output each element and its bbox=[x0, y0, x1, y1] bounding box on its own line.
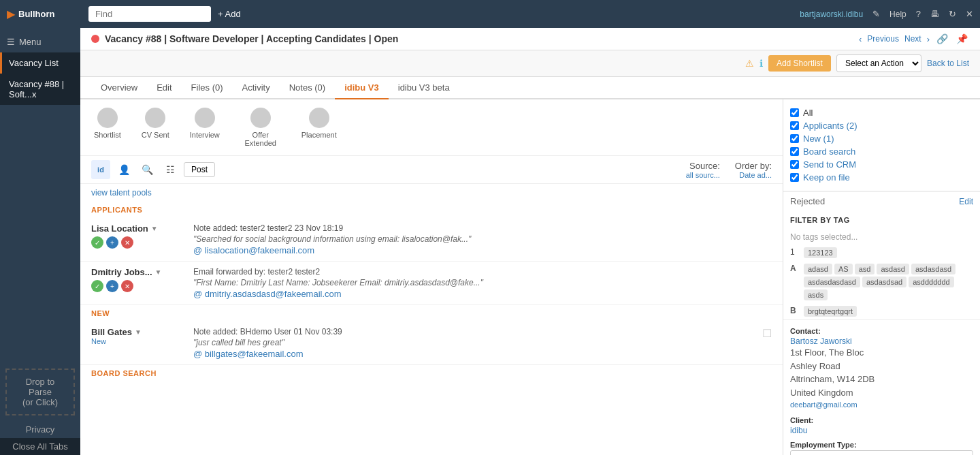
tag-item[interactable]: asdasd bbox=[877, 264, 909, 274]
new-section-header: NEW bbox=[80, 305, 783, 321]
tag-number-row: 1 123123 bbox=[783, 245, 980, 261]
source-value[interactable]: all sourc... bbox=[686, 171, 720, 179]
filter-keep-on-file-link[interactable]: Keep on file bbox=[803, 172, 850, 183]
link-icon[interactable]: 🔗 bbox=[936, 33, 948, 44]
vacancy-list-label: Vacancy List bbox=[9, 58, 59, 68]
applicant-tag: New bbox=[91, 337, 186, 345]
post-button[interactable]: Post bbox=[184, 162, 215, 177]
add-button[interactable]: + bbox=[106, 280, 118, 292]
privacy-link[interactable]: Privacy bbox=[0, 421, 80, 438]
tag-item[interactable]: AS bbox=[834, 264, 853, 274]
prev-button[interactable]: Previous bbox=[867, 34, 899, 44]
applicant-chevron-icon[interactable]: ▼ bbox=[155, 268, 162, 276]
note-text: "Searched for social background informat… bbox=[193, 234, 765, 244]
tag-item[interactable]: asd bbox=[855, 264, 875, 274]
filter-new-link[interactable]: New (1) bbox=[803, 134, 834, 144]
tag-number-index: 1 bbox=[790, 247, 798, 257]
approve-button[interactable]: ✓ bbox=[91, 280, 103, 292]
tag-item[interactable]: brgtqteqrtgqrt bbox=[804, 306, 857, 317]
applicant-chevron-icon[interactable]: ▼ bbox=[135, 328, 142, 336]
drop-to-parse[interactable]: Drop to Parse(or Click) bbox=[5, 368, 75, 415]
tags-a-container: adasd AS asd asdasd asdasdasd asdasdasda… bbox=[804, 264, 973, 300]
info-icon: ℹ bbox=[760, 58, 763, 69]
email-link[interactable]: lisalocation@fakeemail.com bbox=[205, 245, 314, 255]
applicant-chevron-icon[interactable]: ▼ bbox=[151, 225, 158, 232]
sidebar-item-vacancy-88[interactable]: Vacancy #88 | Soft...x bbox=[0, 74, 80, 105]
help-icon[interactable]: ? bbox=[916, 9, 921, 19]
grid-icon[interactable]: ☷ bbox=[161, 160, 180, 179]
select-action-dropdown[interactable]: Select an Action bbox=[836, 54, 921, 72]
sidebar-item-vacancy-list[interactable]: Vacancy List bbox=[0, 52, 80, 74]
brand-name: Bullhorn bbox=[18, 9, 54, 19]
chat-icon[interactable]: ✎ bbox=[872, 9, 880, 19]
id-view-icon[interactable]: id bbox=[91, 160, 110, 179]
filter-board-search-checkbox[interactable] bbox=[790, 147, 799, 156]
next-button[interactable]: Next bbox=[904, 34, 921, 44]
filter-applicants-link[interactable]: Applicants (2) bbox=[803, 121, 857, 131]
note-email: @ lisalocation@fakeemail.com bbox=[193, 245, 765, 255]
pipeline-offer-extended: Offer Extended bbox=[240, 108, 281, 147]
action-bar: ⚠ ℹ Add Shortlist Select an Action Back … bbox=[80, 50, 980, 77]
menu-toggle[interactable]: ☰ Menu bbox=[0, 31, 80, 52]
tag-item[interactable]: asdasdsad bbox=[862, 277, 906, 287]
applicants-section-header: APPLICANTS bbox=[80, 202, 783, 218]
filter-send-crm-link[interactable]: Send to CRM bbox=[803, 159, 856, 170]
order-value[interactable]: Date ad... bbox=[739, 171, 772, 179]
reject-button[interactable]: ✕ bbox=[121, 236, 133, 249]
offer-extended-circle[interactable] bbox=[250, 108, 271, 128]
applicant-check[interactable]: ☐ bbox=[762, 327, 772, 340]
tab-activity[interactable]: Activity bbox=[233, 77, 280, 99]
tag-item[interactable]: asds bbox=[804, 289, 828, 300]
approve-button[interactable]: ✓ bbox=[91, 236, 103, 249]
client-link[interactable]: idibu bbox=[790, 426, 807, 435]
add-button[interactable]: + Add bbox=[218, 9, 241, 19]
tab-edit[interactable]: Edit bbox=[147, 77, 181, 99]
tag-item[interactable]: 123123 bbox=[804, 247, 837, 258]
filter-board-search-link[interactable]: Board search bbox=[803, 146, 855, 157]
user-icon[interactable]: 👤 bbox=[114, 160, 133, 179]
filter-edit-link[interactable]: Edit bbox=[959, 197, 973, 206]
add-button[interactable]: + bbox=[106, 236, 118, 249]
contact-email[interactable]: deebart@gmail.com bbox=[790, 401, 858, 409]
email-link[interactable]: dmitriy.asdasdasd@fakeemail.com bbox=[205, 289, 342, 299]
view-talent-pools-link[interactable]: view talent pools bbox=[80, 184, 783, 202]
add-shortlist-button[interactable]: Add Shortlist bbox=[768, 55, 831, 72]
tag-item[interactable]: asddddddd bbox=[909, 277, 953, 287]
search-input[interactable] bbox=[88, 6, 211, 22]
filter-new-checkbox[interactable] bbox=[790, 134, 799, 143]
tag-item[interactable]: asdasdasd bbox=[911, 264, 956, 274]
tab-overview[interactable]: Overview bbox=[91, 77, 147, 99]
reject-button[interactable]: ✕ bbox=[121, 280, 133, 292]
shortlist-circle[interactable] bbox=[97, 108, 118, 128]
contact-section-label: Contact: bbox=[790, 327, 973, 335]
print-icon[interactable]: 🖶 bbox=[930, 9, 939, 19]
contact-name[interactable]: Bartosz Jaworski bbox=[790, 336, 973, 346]
note-text: "First Name: Dmitriy Last Name: Jobseeke… bbox=[193, 278, 765, 287]
search-icon[interactable]: 🔍 bbox=[137, 160, 157, 179]
back-to-list-link[interactable]: Back to List bbox=[927, 59, 969, 68]
filter-send-crm-checkbox[interactable] bbox=[790, 160, 799, 169]
tag-item[interactable]: asdasdasdasd bbox=[804, 277, 860, 287]
letter-a-row: A adasd AS asd asdasd asdasdasd asdasdas… bbox=[783, 261, 980, 303]
employment-type-select[interactable]: Permanent bbox=[790, 450, 973, 456]
close-all-tabs[interactable]: Close All Tabs bbox=[0, 438, 80, 455]
refresh-icon[interactable]: ↻ bbox=[949, 9, 956, 19]
email-link[interactable]: billgates@fakeemail.com bbox=[205, 349, 304, 359]
filter-rejected: Rejected Edit bbox=[783, 191, 980, 210]
filter-keep-on-file-checkbox[interactable] bbox=[790, 173, 799, 182]
placement-label: Placement bbox=[301, 131, 337, 139]
applicant-name: Dmitriy Jobs... ▼ bbox=[91, 267, 186, 277]
tab-idibu-v3[interactable]: idibu V3 bbox=[335, 77, 389, 99]
tag-item[interactable]: adasd bbox=[804, 264, 832, 274]
cv-sent-circle[interactable] bbox=[145, 108, 165, 128]
placement-circle[interactable] bbox=[309, 108, 329, 128]
pin-icon[interactable]: 📌 bbox=[956, 33, 968, 44]
close-icon[interactable]: ✕ bbox=[966, 9, 973, 19]
tab-files[interactable]: Files (0) bbox=[182, 77, 233, 99]
filter-all-checkbox[interactable] bbox=[790, 108, 799, 117]
tab-idibu-v3-beta[interactable]: idibu V3 beta bbox=[389, 77, 459, 99]
filter-applicants-checkbox[interactable] bbox=[790, 121, 799, 130]
chevron-right-icon: › bbox=[927, 34, 930, 44]
interview-circle[interactable] bbox=[195, 108, 215, 128]
tab-notes[interactable]: Notes (0) bbox=[280, 77, 335, 99]
